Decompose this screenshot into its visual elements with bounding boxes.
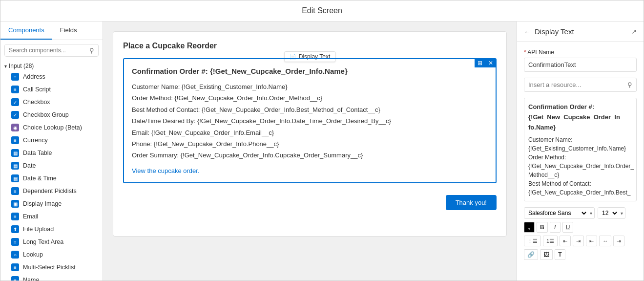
insert-toolbar: 🔗 🖼 T: [524, 249, 637, 260]
component-label: Dependent Picklists: [23, 188, 77, 195]
app-container: Edit Screen Components Fields ⚲ ▾ Input …: [0, 0, 644, 281]
indent-decrease-button[interactable]: ⇤: [560, 236, 571, 246]
list-item[interactable]: ≡ Dependent Picklists: [0, 185, 103, 197]
resource-search-icon[interactable]: ⚲: [623, 79, 636, 91]
list-item[interactable]: ≡ Email: [0, 210, 103, 223]
button-row: Thank you!: [123, 191, 497, 214]
bold-button[interactable]: B: [537, 222, 548, 233]
confirmation-body: Customer Name: {!Get_Existing_Customer_I…: [132, 81, 488, 161]
back-button[interactable]: ←: [524, 28, 531, 36]
search-icon: ⚲: [89, 47, 94, 54]
block-move-icon[interactable]: ⊞: [475, 59, 485, 67]
list-item[interactable]: ≡ Call Script: [0, 83, 103, 96]
list-item[interactable]: ▦ Date & Time: [0, 172, 103, 185]
component-label: Long Text Area: [23, 238, 63, 245]
list-item[interactable]: ≡ Name: [0, 274, 103, 281]
block-delete-icon[interactable]: ✕: [485, 59, 496, 67]
search-box: ⚲: [4, 44, 99, 57]
component-icon: ≡: [11, 213, 19, 220]
component-label: Name: [23, 277, 39, 281]
align-right-button[interactable]: ⇥: [613, 236, 624, 246]
clear-format-button[interactable]: T: [555, 249, 565, 260]
list-item[interactable]: ✓ Checkbox: [0, 96, 103, 108]
body-line-2: Best Method of Contact: {!Get_New_Cupcak…: [132, 104, 488, 115]
indent-increase-button[interactable]: ⇥: [573, 236, 584, 246]
panel-title: Display Text: [535, 27, 627, 36]
component-icon: ≡: [11, 276, 19, 281]
preview-body: Customer Name: {!Get_Existing_Customer_I…: [528, 135, 632, 197]
body-line-5: Phone: {!Get_New_Cupcake_Order_Info.Phon…: [132, 138, 488, 150]
component-label: File Upload: [23, 226, 54, 233]
font-family-arrow-icon: ▾: [588, 209, 594, 217]
thank-you-button[interactable]: Thank you!: [446, 195, 497, 210]
expand-icon[interactable]: ↗: [631, 28, 637, 35]
component-icon: ◉: [11, 124, 19, 131]
font-size-select[interactable]: 12 1011 14161824: [598, 208, 619, 218]
component-label: Checkbox Group: [23, 111, 69, 118]
block-actions: ⊞ ✕: [475, 59, 496, 67]
resource-search: ⚲: [524, 78, 637, 92]
list-item[interactable]: ○ Lookup: [0, 248, 103, 261]
preview-text: Confirmation Order #: {!Get_New_Cupcake_…: [524, 98, 637, 201]
search-icon-button[interactable]: ⚲: [85, 45, 98, 56]
component-label: Lookup: [23, 251, 43, 258]
selected-block[interactable]: ⊞ ✕ Confirmation Order #: {!Get_New_Cupc…: [123, 58, 497, 183]
component-icon: ⬆: [11, 225, 19, 233]
color-picker[interactable]: ▾: [524, 222, 535, 233]
list-item[interactable]: ▣ Display Image: [0, 197, 103, 210]
component-icon: ✓: [11, 98, 19, 106]
component-icon: ≡: [11, 73, 19, 81]
component-icon: ▦: [11, 149, 19, 157]
list-item[interactable]: ≡ Address: [0, 70, 103, 83]
view-link[interactable]: View the cupcake order.: [132, 167, 488, 174]
link-button[interactable]: 🔗: [524, 249, 538, 260]
body-line-6: Order Summary: {!Get_New_Cupcake_Order_I…: [132, 150, 488, 161]
section-label: Input (28): [9, 63, 34, 69]
list-item[interactable]: ▦ Date: [0, 159, 103, 172]
list-item[interactable]: ≡ Long Text Area: [0, 236, 103, 248]
component-icon: ≡: [11, 263, 19, 271]
underline-button[interactable]: U: [562, 222, 574, 233]
component-label: Call Script: [23, 86, 51, 93]
align-center-button[interactable]: ↔: [599, 236, 611, 246]
component-label: Display Image: [23, 200, 62, 207]
align-left-button[interactable]: ⇤: [586, 236, 597, 246]
unordered-list-button[interactable]: ⋮☰: [524, 236, 541, 246]
body-line-1: Order Method: {!Get_New_Cupcake_Order_In…: [132, 92, 488, 104]
right-panel: ← Display Text ↗ * API Name ⚲ Confirmati…: [517, 22, 644, 281]
font-family-select[interactable]: Salesforce Sans Arial Times New Roman: [524, 208, 588, 218]
list-item[interactable]: ⬆ File Upload: [0, 223, 103, 236]
component-label: Currency: [23, 137, 48, 144]
right-panel-header: ← Display Text ↗: [517, 22, 644, 42]
list-item[interactable]: ≡ Multi-Select Picklist: [0, 261, 103, 274]
search-input[interactable]: [5, 44, 85, 56]
component-label: Choice Lookup (Beta): [23, 124, 82, 131]
ordered-list-button[interactable]: 1☰: [543, 236, 558, 246]
body-line-0: Customer Name: {!Get_Existing_Customer_I…: [132, 81, 488, 92]
italic-button[interactable]: I: [550, 222, 561, 233]
component-icon: ▣: [11, 200, 19, 208]
chevron-down-icon: ▾: [4, 64, 7, 69]
api-name-input[interactable]: [524, 58, 637, 72]
font-size-select-wrap: 12 1011 14161824 ▾: [598, 207, 625, 219]
list-item[interactable]: ▦ Data Table: [0, 147, 103, 159]
resource-search-input[interactable]: [524, 78, 623, 91]
list-item[interactable]: ◉ Choice Lookup (Beta): [0, 121, 103, 134]
component-list: ≡ Address ≡ Call Script ✓ Checkbox ✓ Che…: [0, 70, 103, 281]
component-label: Data Table: [23, 150, 52, 156]
tab-components[interactable]: Components: [0, 22, 52, 40]
component-icon: ✓: [11, 111, 19, 119]
font-family-select-wrap: Salesforce Sans Arial Times New Roman ▾: [524, 207, 595, 219]
component-label: Checkbox: [23, 99, 50, 106]
screen-card: Place a Cupcake Reorder 📄 Display Text ⊞…: [113, 31, 507, 237]
tab-fields[interactable]: Fields: [52, 22, 85, 40]
canvas: Place a Cupcake Reorder 📄 Display Text ⊞…: [103, 22, 517, 281]
api-name-label: * API Name: [524, 49, 637, 56]
list-item[interactable]: ≡ Currency: [0, 134, 103, 147]
components-section[interactable]: ▾ Input (28): [0, 61, 103, 70]
component-icon: ≡: [11, 136, 19, 144]
component-icon: ▦: [11, 174, 19, 182]
image-button[interactable]: 🖼: [540, 249, 553, 260]
list-item[interactable]: ✓ Checkbox Group: [0, 108, 103, 121]
font-size-arrow-icon: ▾: [619, 209, 625, 217]
